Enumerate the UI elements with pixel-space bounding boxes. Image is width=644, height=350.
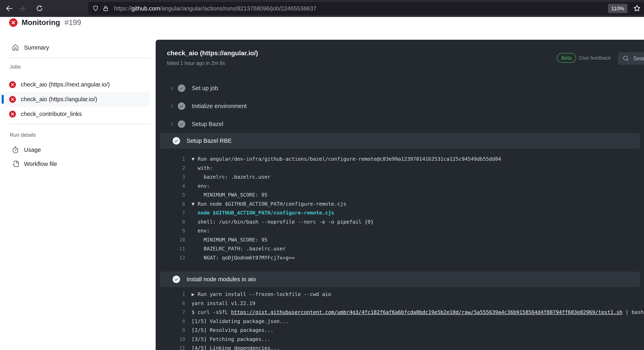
line-text: BAZELRC_PATH: .bazelrc.user (185, 244, 286, 254)
job-label: check_contributor_links (21, 111, 82, 117)
home-icon (12, 44, 19, 51)
line-text: env: (185, 182, 210, 191)
zoom-level-badge[interactable]: 110% (608, 4, 628, 13)
line-text: shell: /usr/bin/bash --noprofile --norc … (185, 218, 374, 226)
run-details-section-label: Run details (10, 132, 36, 138)
success-check-circle-icon (172, 276, 180, 283)
log-line: 11[4/5] Linking dependencies... (156, 344, 644, 350)
log-link[interactable]: https://gist.githubusercontent.com/umbr4… (231, 309, 623, 315)
line-number[interactable]: 8 (156, 317, 185, 326)
log-line: 7$ curl -sSfL https://gist.githubusercon… (156, 308, 644, 317)
line-number[interactable]: 8 (156, 218, 185, 226)
back-button[interactable] (5, 4, 13, 12)
log-line: 4 env: (156, 182, 644, 191)
success-check-circle-icon (178, 84, 185, 92)
line-number[interactable]: 7 (156, 208, 185, 218)
url-host: github.com (132, 5, 160, 12)
line-text: bazelrc: .bazelrc.user (185, 172, 270, 182)
sidebar-item-usage[interactable]: Usage (12, 143, 156, 157)
chevron-right-icon (169, 104, 174, 109)
job-label: check_aio (https://next.angular.io/) (21, 81, 110, 88)
chevron-right-icon (169, 122, 174, 127)
line-number[interactable]: 2 (156, 164, 185, 173)
sidebar-job-check-aio-https-next-angular-io[interactable]: check_aio (https://next.angular.io/) (5, 77, 150, 92)
line-text: $ curl -sSfL https://gist.githubusercont… (185, 308, 644, 317)
line-number[interactable]: 9 (156, 326, 185, 335)
sidebar-divider (8, 58, 150, 58)
bookmark-star-icon[interactable] (634, 5, 640, 12)
sidebar-job-check-contributor-links[interactable]: check_contributor_links (5, 107, 150, 121)
step-label: Setup Bazel RBE (186, 138, 232, 144)
line-number[interactable]: 12 (156, 254, 185, 262)
line-number[interactable]: 10 (156, 335, 185, 344)
search-text: Sear (633, 56, 644, 62)
line-text: env: (185, 226, 210, 236)
success-check-circle-icon (178, 102, 185, 110)
screen: https://github.com/angular/angular/actio… (0, 0, 644, 350)
log-line: 9[2/5] Resolving packages... (156, 326, 644, 335)
beta-badge: Beta (557, 53, 576, 63)
page: Monitoring #199 Summary Jobs check_aio (… (0, 17, 644, 350)
line-number[interactable]: 1 (156, 290, 185, 299)
line-number[interactable]: 7 (156, 308, 185, 317)
step-label: Install node modules in aio (186, 276, 256, 283)
step-setup-bazel-rbe-log: 1▼ Run angular/dev-infra/github-actions/… (156, 155, 644, 262)
log-line: 6yarn install v1.22.19 (156, 299, 644, 308)
sidebar: Summary Jobs check_aio (https://next.ang… (0, 17, 156, 350)
failed-x-circle-icon (9, 81, 16, 88)
check-icon (179, 104, 184, 108)
step-setup-bazel[interactable]: Setup Bazel (156, 115, 644, 133)
log-line: 10 MINIMUM_PWA_SCORE: 95 (156, 236, 644, 244)
selected-accent-bar (2, 95, 4, 104)
step-set-up-job[interactable]: Set up job (156, 79, 644, 97)
back-arrow-icon (6, 5, 13, 12)
sidebar-divider (8, 124, 150, 124)
line-number[interactable]: 10 (156, 236, 185, 244)
line-text: ▶ Run yarn install --frozen-lockfile --c… (185, 290, 331, 299)
line-number[interactable]: 11 (156, 344, 185, 350)
line-number[interactable]: 3 (156, 172, 185, 182)
step-label: Set up job (192, 85, 218, 92)
success-check-circle-icon (178, 120, 185, 128)
log-line: 8 shell: /usr/bin/bash --noprofile --nor… (156, 218, 644, 226)
line-number[interactable]: 5 (156, 190, 185, 200)
line-number[interactable]: 6 (156, 299, 185, 308)
success-check-circle-icon (172, 137, 180, 144)
step-install-node-modules-in-aio[interactable]: Install node modules in aio (160, 272, 640, 287)
check-icon (179, 86, 184, 90)
check-icon (174, 277, 179, 282)
sidebar-item-summary[interactable]: Summary (12, 40, 49, 55)
log-line: 12 NGAT: qoDjQodnm6t97MfFcj7x+g== (156, 254, 644, 262)
line-text: [3/5] Fetching packages... (185, 335, 270, 344)
step-label: Setup Bazel (192, 121, 223, 128)
step-label: Initialize environment (192, 103, 246, 110)
shield-icon[interactable] (92, 6, 98, 12)
log-line: 1▶ Run yarn install --frozen-lockfile --… (156, 290, 644, 299)
url-scheme: https:// (114, 5, 132, 12)
step-install-node-modules-in-aio-log: 1▶ Run yarn install --frozen-lockfile --… (156, 290, 644, 350)
line-text: node $GITHUB_ACTION_PATH/configure-remot… (185, 208, 334, 218)
forward-button[interactable] (18, 4, 26, 12)
step-initialize-environment[interactable]: Initialize environment (156, 97, 644, 115)
line-number[interactable]: 4 (156, 182, 185, 191)
reload-button[interactable] (36, 4, 44, 12)
line-text: MINIMUM_PWA_SCORE: 95 (185, 236, 267, 244)
forward-arrow-icon (18, 5, 25, 12)
line-number[interactable]: 9 (156, 226, 185, 236)
step-setup-bazel-rbe[interactable]: Setup Bazel RBE (160, 133, 640, 148)
line-number[interactable]: 6 (156, 200, 185, 209)
url-bar[interactable]: https://github.com/angular/angular/actio… (88, 2, 644, 15)
line-text: with: (185, 164, 213, 173)
line-number[interactable]: 1 (156, 155, 185, 164)
run-details-list: Usage Workflow file (12, 143, 156, 171)
line-text: ▼ Run angular/dev-infra/github-actions/b… (185, 155, 501, 164)
code-file-icon (12, 161, 19, 167)
give-feedback-link[interactable]: Give feedback (579, 55, 611, 61)
line-number[interactable]: 11 (156, 244, 185, 254)
failed-x-circle-icon (9, 96, 16, 103)
url-text: https://github.com/angular/angular/actio… (114, 5, 604, 12)
sidebar-item-workflow-file[interactable]: Workflow file (12, 157, 156, 171)
lock-icon[interactable] (103, 6, 109, 12)
sidebar-job-check-aio-https-angular-io[interactable]: check_aio (https://angular.io/) (5, 92, 150, 107)
log-search-input[interactable]: Sear (618, 52, 644, 65)
